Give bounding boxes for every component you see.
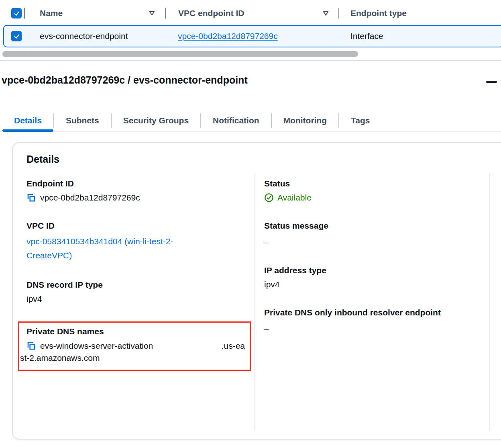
details-left-column: Endpoint ID vpce-0bd2ba12d8797269c VPC I… [13, 173, 255, 430]
column-header-name[interactable]: Name [25, 3, 166, 23]
horizontal-scrollbar-thumb[interactable] [2, 51, 358, 57]
column-header-label: Endpoint type [350, 8, 407, 18]
field-label: Status message [264, 220, 481, 231]
table-header-row: Name VPC endpoint ID Endpoint type [0, 3, 501, 23]
details-card: Details Endpoint ID vpce-0bd2ba12d879726… [12, 142, 501, 440]
row-checkbox[interactable] [11, 31, 22, 41]
endpoints-table: Name VPC endpoint ID Endpoint type [0, 0, 501, 61]
vpc-id-link[interactable]: vpc-0583410534b341d04 (win-li-test-2-Cre… [26, 234, 213, 262]
field-label: Private DNS only inbound resolver endpoi… [264, 307, 481, 318]
status-message-value: – [264, 237, 481, 248]
split-panel: vpce-0bd2ba12d8797269c / evs-connector-e… [0, 74, 501, 440]
column-header-label: VPC endpoint ID [178, 8, 244, 18]
tab-security-groups[interactable]: Security Groups [112, 110, 200, 131]
sort-arrow-icon[interactable] [149, 11, 155, 16]
private-dns-suffix-wrap: st-2.amazonaws.com [19, 352, 245, 364]
ip-address-type-value: ipv4 [264, 279, 481, 290]
vpc-endpoint-id-link[interactable]: vpce-0bd2ba12d8797269c [178, 31, 278, 41]
page-title: vpce-0bd2ba12d8797269c / evs-connector-e… [2, 74, 501, 86]
field-endpoint-id: Endpoint ID vpce-0bd2ba12d8797269c [26, 178, 246, 203]
row-name-cell: evs-connector-endpoint [26, 31, 165, 41]
sort-arrow-icon[interactable] [323, 11, 329, 16]
dns-record-ip-type-value: ipv4 [26, 293, 246, 305]
private-dns-suffix: .us-ea [222, 340, 245, 352]
minus-icon [486, 81, 497, 83]
field-dns-record-ip-type: DNS record IP type ipv4 [26, 279, 246, 305]
field-status: Status Available [264, 178, 481, 203]
details-right-column: Status Available Status message – IP add… [255, 173, 490, 430]
column-header-endpoint-type[interactable]: Endpoint type [339, 3, 501, 23]
field-label: Status [264, 178, 481, 189]
copy-icon[interactable] [26, 341, 36, 351]
select-all-header-cell [0, 3, 25, 23]
checkmark-icon [13, 33, 20, 40]
column-header-label: Name [40, 8, 63, 18]
tab-subnets[interactable]: Subnets [54, 110, 111, 131]
private-dns-resolver-value: – [264, 323, 481, 335]
table-row[interactable]: evs-connector-endpoint vpce-0bd2ba12d879… [3, 25, 501, 47]
endpoint-id-value: vpce-0bd2ba12d8797269c [40, 192, 140, 203]
field-vpc-id: VPC ID vpc-0583410534b341d04 (win-li-tes… [26, 220, 246, 262]
details-third-column-cropped [490, 173, 501, 430]
private-dns-annotation-box: Private DNS names evs-windows-server-act… [18, 321, 251, 371]
tab-notification[interactable]: Notification [201, 110, 271, 131]
status-badge: Available [277, 192, 312, 203]
checkmark-icon [13, 10, 20, 17]
column-header-vpc-endpoint-id[interactable]: VPC endpoint ID [166, 3, 339, 23]
tab-tags[interactable]: Tags [339, 110, 381, 131]
field-ip-address-type: IP address type ipv4 [264, 265, 481, 290]
row-vpc-endpoint-id-cell: vpce-0bd2ba12d8797269c [165, 31, 338, 41]
select-all-checkbox[interactable] [11, 8, 22, 18]
copy-icon[interactable] [26, 193, 36, 203]
private-dns-name-value: evs-windows-server-activation [40, 340, 153, 352]
tab-monitoring[interactable]: Monitoring [272, 110, 338, 131]
collapse-panel-button[interactable] [486, 80, 497, 84]
tab-bar: Details Subnets Security Groups Notifica… [0, 110, 501, 132]
panel-divider [0, 60, 501, 61]
field-private-dns-resolver: Private DNS only inbound resolver endpoi… [264, 307, 481, 335]
field-label: DNS record IP type [26, 279, 246, 290]
field-label: Private DNS names [26, 326, 245, 337]
row-endpoint-type-cell: Interface [338, 31, 501, 41]
field-label: Endpoint ID [26, 178, 246, 189]
field-label: IP address type [264, 265, 481, 276]
field-label: VPC ID [26, 220, 246, 231]
card-heading: Details [26, 153, 501, 165]
status-success-icon [264, 193, 274, 203]
tab-details[interactable]: Details [2, 110, 53, 131]
field-status-message: Status message – [264, 220, 481, 248]
